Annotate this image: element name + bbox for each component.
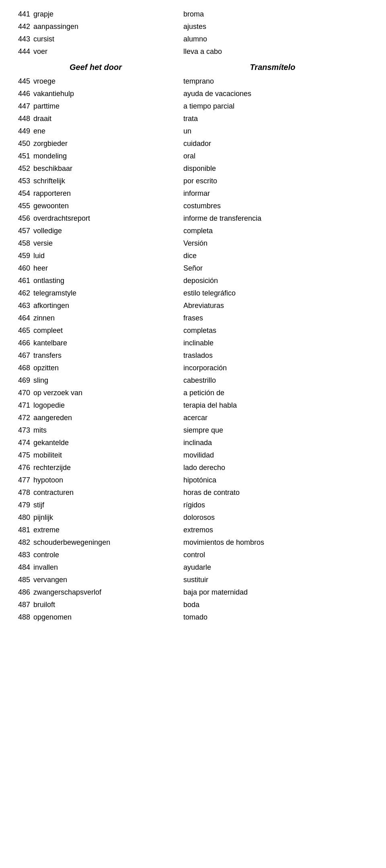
nl-word: afkortingen <box>33 302 69 310</box>
table-row: 482schouderbewegeningen movimientos de h… <box>16 536 370 549</box>
nl-cell: 474gekantelde <box>16 437 175 448</box>
table-row: 476rechterzijde lado derecho <box>16 462 370 474</box>
nl-word: opgenomen <box>33 613 72 621</box>
es-word: boda <box>183 601 199 609</box>
es-cell: lado derecho <box>175 462 370 473</box>
es-cell: cuidador <box>175 138 370 149</box>
nl-cell: 471logopedie <box>16 400 175 411</box>
nl-word: versie <box>33 239 53 247</box>
es-cell: extremos <box>175 525 370 536</box>
es-word: Señor <box>183 264 203 272</box>
nl-cell: 461ontlasting <box>16 275 175 286</box>
es-word: informe de transferencia <box>183 214 261 222</box>
table-row: 469sling cabestrillo <box>16 374 370 387</box>
es-cell: boda <box>175 599 370 610</box>
intro-section: 441grapje broma 442aanpassingen ajustes … <box>16 8 370 58</box>
nl-cell: 468opzitten <box>16 363 175 373</box>
row-number: 474 <box>16 437 30 448</box>
es-word: disponible <box>183 164 216 172</box>
es-word: a petición de <box>183 389 224 397</box>
row-number: 482 <box>16 537 30 548</box>
es-cell: Versión <box>175 238 370 249</box>
es-cell: disponible <box>175 163 370 174</box>
es-word: trata <box>183 115 198 123</box>
nl-cell: 488opgenomen <box>16 612 175 623</box>
nl-word: aangereden <box>33 414 72 422</box>
es-cell: alumno <box>175 34 370 45</box>
nl-word: mondeling <box>33 152 67 160</box>
table-row: 472aangereden acercar <box>16 412 370 424</box>
table-row: 486zwangerschapsverlof baja por maternid… <box>16 586 370 599</box>
nl-cell: 466kantelbare <box>16 338 175 349</box>
table-row: 460heer Señor <box>16 262 370 275</box>
es-word: completa <box>183 227 213 235</box>
row-number: 460 <box>16 263 30 274</box>
nl-word: extreme <box>33 526 60 534</box>
es-cell: completas <box>175 325 370 336</box>
table-row: 457volledige completa <box>16 225 370 237</box>
es-word: siempre que <box>183 426 223 434</box>
section-header-es: Transmítelo <box>250 63 296 72</box>
nl-cell: 448draait <box>16 113 175 124</box>
nl-cell: 450zorgbieder <box>16 138 175 149</box>
row-number: 443 <box>16 34 30 45</box>
nl-word: cursist <box>33 35 54 43</box>
nl-word: overdrachtsreport <box>33 214 90 222</box>
table-row: 480pijnlijk dolorosos <box>16 511 370 524</box>
row-number: 467 <box>16 350 30 361</box>
es-word: oral <box>183 152 195 160</box>
section-header-nl: Geef het door <box>70 63 122 72</box>
es-cell: sustituir <box>175 575 370 585</box>
nl-word: luid <box>33 252 45 260</box>
nl-word: ontlasting <box>33 277 64 285</box>
row-number: 468 <box>16 363 30 373</box>
table-row: 447parttime a tiempo parcial <box>16 100 370 113</box>
es-cell: siempre que <box>175 425 370 436</box>
row-number: 454 <box>16 188 30 199</box>
nl-word: zwangerschapsverlof <box>33 588 101 596</box>
nl-word: draait <box>33 115 51 123</box>
es-word: ajustes <box>183 23 206 31</box>
row-number: 457 <box>16 226 30 236</box>
es-word: estilo telegráfico <box>183 289 236 297</box>
es-cell: tomado <box>175 612 370 623</box>
nl-cell: 479stijf <box>16 500 175 511</box>
row-number: 455 <box>16 201 30 211</box>
nl-cell: 458versie <box>16 238 175 249</box>
row-number: 462 <box>16 288 30 299</box>
nl-cell: 467transfers <box>16 350 175 361</box>
nl-word: controle <box>33 551 59 559</box>
table-row: 448draait trata <box>16 113 370 125</box>
nl-word: gekantelde <box>33 439 69 447</box>
nl-word: vakantiehulp <box>33 90 74 98</box>
row-number: 444 <box>16 46 30 57</box>
nl-cell: 485vervangen <box>16 575 175 585</box>
nl-word: aanpassingen <box>33 23 78 31</box>
table-row: 479stijf rígidos <box>16 499 370 511</box>
es-cell: a petición de <box>175 388 370 398</box>
row-number: 453 <box>16 176 30 187</box>
row-number: 480 <box>16 512 30 523</box>
row-number: 471 <box>16 400 30 411</box>
table-row: 488opgenomen tomado <box>16 611 370 624</box>
nl-cell: 445vroege <box>16 76 175 87</box>
nl-word: parttime <box>33 102 60 110</box>
es-cell: cabestrillo <box>175 375 370 386</box>
es-word: control <box>183 551 205 559</box>
es-word: Abreviaturas <box>183 302 224 310</box>
nl-cell: 452beschikbaar <box>16 163 175 174</box>
nl-cell: 443cursist <box>16 34 175 45</box>
table-row: 481extreme extremos <box>16 524 370 536</box>
es-cell: traslados <box>175 350 370 361</box>
es-cell: inclinable <box>175 338 370 349</box>
nl-cell: 463afkortingen <box>16 300 175 311</box>
row-number: 458 <box>16 238 30 249</box>
es-cell: incorporación <box>175 363 370 373</box>
es-cell: un <box>175 126 370 137</box>
row-number: 456 <box>16 213 30 224</box>
vocab-section: 445vroege temprano 446vakantiehulp ayuda… <box>16 75 370 624</box>
nl-word: vervangen <box>33 576 67 584</box>
nl-cell: 473mits <box>16 425 175 436</box>
row-number: 470 <box>16 388 30 398</box>
nl-cell: 481extreme <box>16 525 175 536</box>
